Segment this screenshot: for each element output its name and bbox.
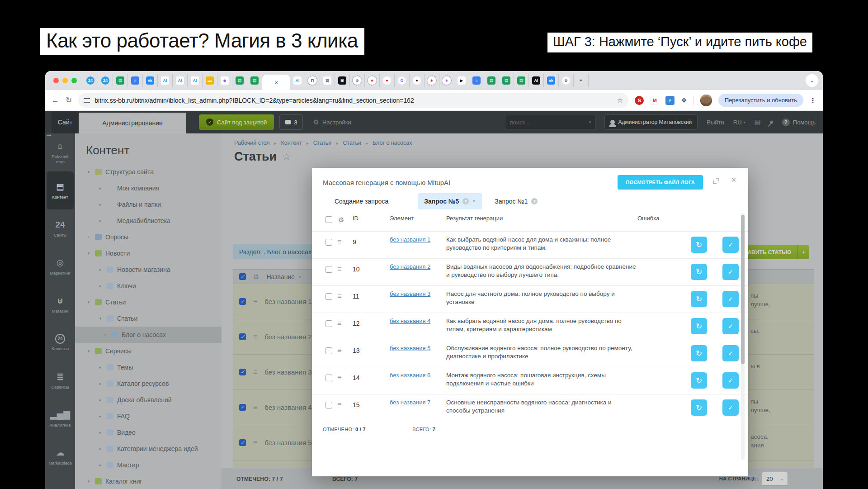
sidebar-item[interactable]: ⊎ Магазин bbox=[47, 285, 74, 323]
search-input[interactable] bbox=[505, 115, 595, 129]
gear-icon[interactable]: ⚙ bbox=[338, 216, 344, 224]
minimize-window-button[interactable] bbox=[62, 78, 68, 83]
bookmark-star-icon[interactable]: ☆ bbox=[617, 96, 623, 104]
per-page-select[interactable]: 20 ⌄ bbox=[762, 472, 788, 486]
sidebar-item[interactable]: 24 Сайты bbox=[47, 209, 74, 247]
pinned-tab[interactable]: AI bbox=[173, 74, 188, 87]
tree-item[interactable]: ▾ Каталог книг bbox=[82, 473, 222, 489]
pinned-tab[interactable]: G bbox=[395, 74, 410, 87]
row-menu-icon[interactable]: ≡ bbox=[337, 374, 341, 382]
row-checkbox[interactable] bbox=[326, 375, 332, 381]
favorite-star-icon[interactable]: ☆ bbox=[282, 152, 291, 162]
tree-item[interactable]: ▸ FAQ bbox=[82, 408, 222, 424]
row-checkbox[interactable] bbox=[326, 293, 332, 300]
help-button[interactable]: ? Помощь bbox=[782, 119, 816, 126]
tree-item[interactable]: ▸ Видео bbox=[82, 424, 222, 441]
row-menu-icon[interactable]: ≡ bbox=[253, 333, 257, 341]
row-checkbox[interactable]: ✓ bbox=[239, 369, 246, 375]
pinned-tab[interactable]: ≡ bbox=[128, 74, 143, 87]
row-menu-icon[interactable]: ≡ bbox=[253, 298, 257, 306]
row-checkbox[interactable]: ✓ bbox=[239, 333, 246, 340]
pinned-tab[interactable]: ∗ bbox=[439, 74, 454, 87]
active-tab[interactable]: × bbox=[262, 75, 290, 90]
pinned-tab[interactable]: ▤ bbox=[232, 74, 247, 87]
pinned-tab[interactable]: ▶ bbox=[454, 74, 469, 87]
article-title[interactable]: без названия 4 bbox=[264, 404, 311, 411]
apply-button[interactable]: ✓ bbox=[722, 264, 739, 280]
breadcrumb-link[interactable]: Контент bbox=[281, 140, 302, 146]
pinned-tab[interactable]: ▤ bbox=[499, 74, 514, 87]
tree-item[interactable]: ▸ Мастер bbox=[82, 457, 222, 473]
settings-button[interactable]: ⚙ Настройки bbox=[313, 111, 351, 133]
tree-expand-icon[interactable]: ▸ bbox=[98, 446, 103, 451]
apply-button[interactable]: ✓ bbox=[722, 399, 739, 416]
pinned-tab[interactable]: vk bbox=[544, 74, 559, 87]
breadcrumb-link[interactable]: Статьи bbox=[343, 140, 361, 146]
url-bar[interactable]: bitrix.ss-bb.ru/bitrix/admin/iblock_list… bbox=[78, 93, 628, 108]
tree-expand-icon[interactable]: ▸ bbox=[98, 267, 103, 272]
breadcrumb-link[interactable]: Блог о насосах bbox=[373, 140, 412, 146]
row-menu-icon[interactable]: ≡ bbox=[337, 401, 341, 409]
tree-expand-icon[interactable]: ▸ bbox=[98, 381, 103, 386]
row-menu-icon[interactable]: ≡ bbox=[337, 292, 341, 300]
apply-button[interactable]: ✓ bbox=[722, 345, 739, 361]
scrollbar-thumb[interactable] bbox=[741, 215, 745, 364]
tree-item[interactable]: ▸ Темы bbox=[82, 359, 222, 375]
tree-expand-icon[interactable]: ▸ bbox=[98, 398, 103, 402]
site-protected-button[interactable]: ✓ Сайт под защитой bbox=[199, 114, 274, 130]
element-link[interactable]: без названия 1 bbox=[390, 236, 435, 243]
tree-expand-icon[interactable]: ▪ bbox=[86, 235, 91, 239]
section-filter-chip[interactable]: Раздел: . Блог о насосах bbox=[233, 244, 318, 259]
tree-item[interactable]: ▸ Новости магазина bbox=[82, 261, 222, 278]
close-icon[interactable]: × bbox=[731, 175, 736, 185]
article-title[interactable]: без названия 2 bbox=[264, 333, 311, 341]
gear-icon[interactable]: ⚙ bbox=[253, 273, 259, 281]
pinned-tab[interactable]: ◆ bbox=[217, 74, 232, 87]
browser-menu-icon[interactable]: ⋮ bbox=[810, 97, 816, 104]
modal-scrollbar[interactable] bbox=[741, 213, 745, 460]
close-window-button[interactable] bbox=[53, 78, 59, 83]
pinned-tab[interactable]: ▬ bbox=[203, 74, 217, 87]
sidebar-item[interactable]: ≣ Сервисы bbox=[47, 361, 74, 399]
element-link[interactable]: без названия 2 bbox=[390, 263, 435, 271]
pinned-tab[interactable]: ▤ bbox=[484, 74, 499, 87]
extensions-icon[interactable]: ❖ bbox=[681, 96, 687, 104]
tree-expand-icon[interactable]: ▸ bbox=[98, 414, 103, 418]
tree-expand-icon[interactable]: ▾ bbox=[86, 251, 91, 256]
tree-item[interactable]: ▸ Доска объявлений bbox=[82, 392, 222, 408]
tree-item[interactable]: ▾ Новости bbox=[82, 245, 222, 261]
pinned-tab[interactable]: + bbox=[574, 74, 589, 87]
pinned-tab[interactable]: ● bbox=[410, 74, 425, 87]
tree-item[interactable]: ▸ Категории менеджера идей bbox=[82, 441, 222, 457]
back-icon[interactable]: ← bbox=[52, 96, 59, 105]
row-checkbox[interactable] bbox=[326, 320, 332, 327]
pinned-tab[interactable]: ▣ bbox=[335, 74, 350, 87]
regenerate-button[interactable]: ↻ bbox=[691, 372, 707, 389]
pinned-tab[interactable]: П bbox=[305, 74, 320, 87]
row-menu-icon[interactable]: ≡ bbox=[337, 347, 341, 355]
pinned-tab[interactable]: AI bbox=[188, 74, 203, 87]
url-text[interactable]: bitrix.ss-bb.ru/bitrix/admin/iblock_list… bbox=[94, 97, 613, 104]
tree-item[interactable]: ▸ Ключи bbox=[82, 278, 222, 294]
apply-button[interactable]: ✓ bbox=[722, 291, 739, 307]
tree-item[interactable]: ▪ Блог о насосах bbox=[75, 327, 222, 343]
tree-expand-icon[interactable]: ▸ bbox=[98, 430, 103, 435]
apply-button[interactable]: ✓ bbox=[722, 237, 739, 253]
seo-extension-icon[interactable]: S bbox=[635, 96, 644, 105]
element-link[interactable]: без названия 6 bbox=[390, 371, 435, 379]
tree-expand-icon[interactable]: ▾ bbox=[86, 170, 91, 174]
pinned-tab[interactable]: ⊕ bbox=[350, 74, 365, 87]
window-controls[interactable] bbox=[53, 78, 77, 83]
tree-item[interactable]: ▸ Каталог ресурсов bbox=[82, 375, 222, 392]
select-all-checkbox[interactable] bbox=[326, 216, 332, 223]
pinned-tab[interactable]: AI bbox=[158, 74, 173, 87]
close-tab-icon[interactable]: × bbox=[274, 79, 278, 86]
gmail-extension-icon[interactable]: M bbox=[650, 96, 659, 105]
tree-expand-icon[interactable]: ▸ bbox=[98, 463, 103, 467]
tree-expand-icon[interactable]: ▸ bbox=[98, 365, 103, 370]
pinned-tab[interactable]: vk bbox=[143, 74, 158, 87]
pinned-tab[interactable]: ▤ bbox=[113, 74, 128, 87]
row-menu-icon[interactable]: ≡ bbox=[253, 404, 257, 412]
pinned-tab[interactable]: ∗ bbox=[425, 74, 439, 87]
row-menu-icon[interactable]: ≡ bbox=[337, 265, 341, 273]
